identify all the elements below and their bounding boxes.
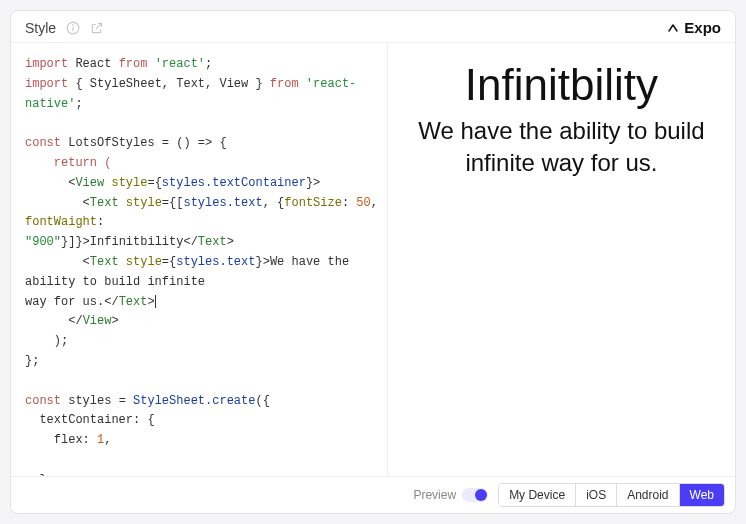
header: Style Expo bbox=[11, 11, 735, 42]
platform-android-button[interactable]: Android bbox=[616, 484, 678, 506]
preview-heading: Infinitbility bbox=[465, 61, 658, 109]
expo-chevron-icon bbox=[667, 22, 679, 34]
preview-toggle[interactable]: Preview bbox=[413, 488, 488, 502]
body: import React from 'react'; import { Styl… bbox=[11, 42, 735, 476]
info-icon[interactable] bbox=[66, 21, 80, 35]
code-editor[interactable]: import React from 'react'; import { Styl… bbox=[11, 43, 387, 476]
header-left: Style bbox=[25, 20, 104, 36]
platform-mydevice-button[interactable]: My Device bbox=[499, 484, 575, 506]
external-link-icon[interactable] bbox=[90, 21, 104, 35]
footer: Preview My Device iOS Android Web bbox=[11, 476, 735, 513]
file-title: Style bbox=[25, 20, 56, 36]
preview-text: We have the ability to build infinite wa… bbox=[406, 115, 717, 177]
text-cursor bbox=[155, 295, 156, 308]
preview-toggle-label: Preview bbox=[413, 488, 456, 502]
svg-point-2 bbox=[73, 24, 74, 25]
toggle-switch[interactable] bbox=[462, 488, 488, 502]
expo-brand[interactable]: Expo bbox=[667, 19, 721, 36]
expo-label: Expo bbox=[684, 19, 721, 36]
preview-pane: Infinitbility We have the ability to bui… bbox=[387, 43, 735, 476]
platform-selector: My Device iOS Android Web bbox=[498, 483, 725, 507]
platform-web-button[interactable]: Web bbox=[679, 484, 724, 506]
snack-panel: Style Expo import React from 'react'; im… bbox=[10, 10, 736, 514]
platform-ios-button[interactable]: iOS bbox=[575, 484, 616, 506]
